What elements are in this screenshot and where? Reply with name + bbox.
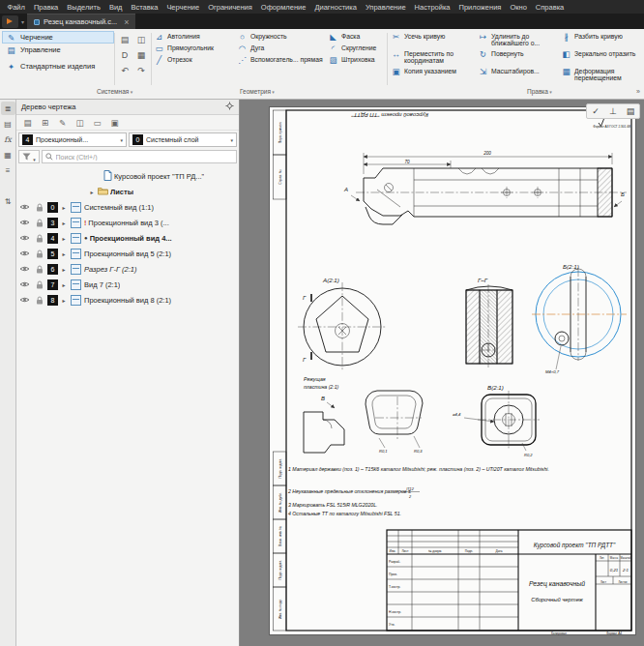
search-box[interactable] bbox=[42, 150, 237, 163]
lock-icon[interactable] bbox=[33, 280, 45, 289]
frame-icon[interactable]: ▭ bbox=[90, 116, 104, 129]
tool-button[interactable]: ▣ Копия указанием bbox=[390, 66, 475, 83]
menu-item[interactable]: Окно bbox=[506, 2, 531, 13]
tool-button[interactable]: ○ Окружность bbox=[236, 31, 325, 43]
redo-icon[interactable]: ↷ bbox=[133, 63, 149, 77]
menu-item[interactable]: Справка bbox=[531, 2, 568, 13]
menu-item[interactable]: Диагностика bbox=[310, 2, 361, 13]
lock-icon[interactable] bbox=[33, 265, 45, 274]
tool-button[interactable]: ↻ Повернуть bbox=[477, 48, 558, 66]
lock-icon[interactable] bbox=[33, 234, 45, 243]
menu-item[interactable]: Вставка bbox=[127, 2, 162, 13]
app-logo[interactable] bbox=[2, 15, 18, 28]
menu-item[interactable]: Вид bbox=[104, 2, 127, 13]
tool-button[interactable]: ↦ Удлинить до ближайшего о... bbox=[477, 31, 558, 48]
expander-icon[interactable] bbox=[60, 250, 68, 257]
add-view-icon[interactable]: ⊞ bbox=[38, 116, 52, 129]
parameters-icon[interactable]: ▤ bbox=[1, 117, 15, 131]
orientation-icon[interactable]: ⊥ bbox=[604, 104, 622, 118]
expander-icon[interactable] bbox=[60, 281, 68, 288]
preview-icon[interactable]: ◫ bbox=[133, 32, 149, 46]
current-layer-combo[interactable]: 0 Системный слой bbox=[129, 132, 237, 147]
view-number-badge[interactable]: 5 bbox=[47, 249, 58, 259]
tree-item-view[interactable]: 4 ● Проекционный вид 4... bbox=[16, 230, 239, 246]
drawing-sheet[interactable]: Перв. примен. Справ. № Подп. и дата Инв.… bbox=[269, 106, 636, 635]
group-label-edit[interactable]: Правка bbox=[527, 88, 552, 95]
ribbon-overflow-icon[interactable] bbox=[636, 88, 640, 95]
eye-icon[interactable] bbox=[18, 234, 31, 242]
tool-button[interactable]: ⊿ Автолиния bbox=[153, 31, 234, 43]
document-tab[interactable]: Резец канавочный.c... × bbox=[27, 14, 135, 29]
tree-item-sheets[interactable]: Листы bbox=[16, 184, 239, 199]
tree-item-project[interactable]: Курсовой проект "ТП РД..." bbox=[16, 168, 239, 184]
tool-button[interactable]: ↔ Переместить по координатам bbox=[390, 48, 475, 66]
menu-item[interactable]: Ограничения bbox=[204, 2, 257, 13]
tool-button[interactable]: ∦ Разбить кривую bbox=[560, 31, 641, 48]
group-label-geometry[interactable]: Геометрия bbox=[240, 88, 275, 95]
menu-item[interactable]: Управление bbox=[361, 2, 410, 13]
structure-icon[interactable]: ▤ bbox=[20, 116, 35, 129]
tool-button[interactable]: ◜ Скругление bbox=[327, 43, 387, 54]
table-icon[interactable]: ▦ bbox=[133, 47, 149, 62]
expander-icon[interactable] bbox=[60, 235, 68, 242]
eye-icon[interactable] bbox=[18, 203, 31, 211]
layers-icon[interactable]: ▦ bbox=[1, 148, 15, 162]
view-number-badge[interactable]: 8 bbox=[47, 295, 58, 306]
view-number-badge[interactable]: 6 bbox=[47, 264, 58, 275]
menu-item[interactable]: Приложения bbox=[454, 2, 506, 13]
eye-icon[interactable] bbox=[18, 219, 31, 226]
filter-button[interactable] bbox=[18, 150, 40, 163]
lock-icon[interactable] bbox=[33, 219, 45, 227]
mode-button[interactable]: ✎ Черчение bbox=[2, 31, 114, 44]
confirm-icon[interactable]: ✓ bbox=[587, 104, 604, 118]
expander-icon[interactable] bbox=[60, 204, 68, 211]
expander-icon[interactable] bbox=[60, 220, 68, 226]
lock-icon[interactable] bbox=[33, 250, 45, 258]
print-icon[interactable]: ▤ bbox=[117, 32, 132, 46]
tool-button[interactable]: ▨ Штриховка bbox=[327, 54, 387, 66]
group-label-system[interactable]: Системная bbox=[97, 88, 132, 95]
close-icon[interactable]: × bbox=[124, 17, 129, 27]
tool-button[interactable]: ▦ Деформация перемещением bbox=[560, 66, 641, 83]
menu-item[interactable]: Файл bbox=[3, 2, 29, 13]
view-number-badge[interactable]: 3 bbox=[47, 218, 58, 228]
windows-icon[interactable]: ◫ bbox=[73, 116, 87, 129]
solid-icon[interactable]: ▣ bbox=[107, 116, 122, 129]
variables-icon[interactable]: fx bbox=[1, 132, 15, 146]
tool-button[interactable]: ◠ Дуга bbox=[236, 43, 325, 54]
tree-item-view[interactable]: 6 Разрез Г-Г (2:1) bbox=[16, 261, 239, 277]
tool-button[interactable]: ▭ Прямоугольник bbox=[153, 43, 234, 54]
menu-item[interactable]: Выделить bbox=[63, 2, 105, 13]
tree-item-view[interactable]: 5 Проекционный вид 5 (2:1) bbox=[16, 246, 239, 261]
tool-button[interactable]: ◧ Зеркально отразить bbox=[560, 48, 641, 66]
tool-button[interactable]: ⇲ Масштабиров... bbox=[477, 66, 558, 83]
undo-icon[interactable]: ↶ bbox=[117, 63, 132, 77]
menu-item[interactable]: Правка bbox=[29, 2, 62, 13]
tool-button[interactable]: ⋰ Вспомогатель... прямая bbox=[236, 54, 325, 66]
history-icon[interactable]: ⇅ bbox=[1, 194, 15, 208]
sheet-settings-icon[interactable]: ▤ bbox=[622, 104, 639, 118]
eye-icon[interactable] bbox=[18, 296, 31, 304]
specification-icon[interactable]: D bbox=[117, 47, 132, 62]
tree-item-view[interactable]: 0 Системный вид (1:1) bbox=[16, 199, 239, 215]
expander-icon[interactable] bbox=[60, 266, 68, 273]
tree-item-view[interactable]: 3 ! Проекционный вид 3 (... bbox=[16, 215, 239, 230]
eye-icon[interactable] bbox=[18, 280, 31, 288]
eye-icon[interactable] bbox=[18, 250, 31, 257]
expander-icon[interactable] bbox=[60, 297, 68, 304]
tool-button[interactable]: ╱ Отрезок bbox=[153, 54, 234, 66]
drawing-tree-icon[interactable]: ≣ bbox=[1, 102, 15, 115]
eye-icon[interactable] bbox=[18, 265, 31, 273]
gear-icon[interactable] bbox=[225, 102, 234, 112]
mode-button[interactable]: ✦ Стандартные изделия bbox=[2, 56, 114, 77]
drawing-canvas[interactable]: Перв. примен. Справ. № Подп. и дата Инв.… bbox=[240, 100, 644, 646]
chevron-down-icon[interactable] bbox=[18, 18, 27, 25]
expander-icon[interactable] bbox=[88, 189, 96, 195]
menu-item[interactable]: Настройка bbox=[410, 2, 454, 13]
mode-button[interactable]: ▤ Управление bbox=[2, 44, 114, 56]
tool-button[interactable]: ◣ Фаска bbox=[327, 31, 387, 43]
lock-icon[interactable] bbox=[33, 203, 45, 212]
lock-icon[interactable] bbox=[33, 296, 45, 305]
tree-item-view[interactable]: 8 Проекционный вид 8 (2:1) bbox=[16, 292, 239, 308]
menu-icon[interactable]: ≡ bbox=[1, 163, 15, 177]
